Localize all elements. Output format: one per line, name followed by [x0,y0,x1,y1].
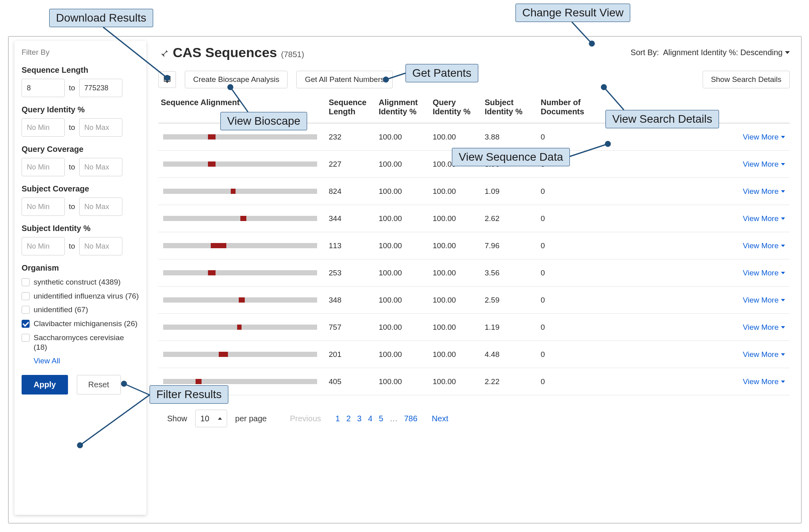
organism-view-all-link[interactable]: View All [34,357,139,365]
cell-subject-identity: 1.19 [482,323,538,332]
cell-documents: 0 [538,350,600,359]
organism-checkbox[interactable] [22,334,30,342]
filter-label: Query Coverage [22,145,139,154]
organism-checkbox[interactable] [22,292,30,300]
view-more-link[interactable]: View More [743,377,785,386]
chevron-down-icon [781,353,785,356]
alignment-bar [163,325,317,330]
cell-subject-identity: 2.59 [482,296,538,305]
table-row: 201 100.00 100.00 4.48 0 View More [158,341,790,368]
view-more-link[interactable]: View More [743,296,785,305]
cell-alignment-identity: 100.00 [376,187,430,196]
cell-subject-identity: 2.22 [482,377,538,386]
chevron-down-icon [781,190,785,193]
range-min-input[interactable] [22,237,65,255]
alignment-marker [240,216,246,221]
cell-alignment-identity: 100.00 [376,350,430,359]
pagination-page[interactable]: 2 [343,414,354,423]
alignment-marker [219,352,228,357]
pagination: Show 10 per page Previous 12345…786 Next [158,410,790,427]
range-max-input[interactable] [79,118,122,137]
filter-sidebar: Filter By Sequence Length to Query Ident… [14,41,146,515]
cell-query-identity: 100.00 [430,269,482,277]
range-min-input[interactable] [22,79,65,97]
sort-dropdown[interactable]: Alignment Identity %: Descending [663,48,790,57]
cell-alignment-identity: 100.00 [376,377,430,386]
view-more-link[interactable]: View More [743,323,785,332]
cell-alignment-identity: 100.00 [376,214,430,223]
view-more-link[interactable]: View More [743,160,785,169]
cell-documents: 0 [538,323,600,332]
organism-checkbox[interactable] [22,306,30,314]
cell-length: 824 [326,187,376,196]
table-row: 824 100.00 100.00 1.09 0 View More [158,178,790,205]
cell-length: 227 [326,160,376,169]
col-subject-identity: Subject Identity % [482,98,538,116]
callout-change-result-view: Change Result View [515,4,630,22]
cell-documents: 0 [538,377,600,386]
table-row: 344 100.00 100.00 2.62 0 View More [158,205,790,232]
create-bioscape-button[interactable]: Create Bioscape Analysis [185,71,288,88]
callout-view-sequence-data: View Sequence Data [452,148,570,166]
cell-length: 201 [326,350,376,359]
range-min-input[interactable] [22,197,65,216]
cell-documents: 0 [538,269,600,277]
pagination-page[interactable]: 4 [365,414,376,423]
pagination-next[interactable]: Next [429,414,451,423]
cell-subject-identity: 2.62 [482,214,538,223]
organism-checkbox[interactable] [22,320,30,328]
range-min-input[interactable] [22,118,65,137]
download-button[interactable] [158,71,176,88]
view-more-link[interactable]: View More [743,241,785,250]
alignment-marker [239,297,245,303]
organism-checkbox[interactable] [22,278,30,286]
get-all-patents-button[interactable]: Get All Patent Numbers [296,71,393,88]
range-max-input[interactable] [79,237,122,255]
view-more-link[interactable]: View More [743,133,785,141]
callout-get-patents: Get Patents [405,64,478,82]
range-min-input[interactable] [22,158,65,176]
view-more-link[interactable]: View More [743,350,785,359]
view-more-link[interactable]: View More [743,214,785,223]
pagination-previous[interactable]: Previous [287,414,324,423]
pagination-page[interactable]: 5 [376,414,386,423]
view-more-link[interactable]: View More [743,269,785,277]
per-page-select[interactable]: 10 [195,410,227,427]
chevron-down-icon [781,245,785,247]
cell-alignment-identity: 100.00 [376,160,430,169]
range-max-input[interactable] [79,158,122,176]
filter-label: Subject Coverage [22,184,139,193]
filter-label: Sequence Length [22,66,139,75]
chevron-down-icon [781,136,785,138]
table-row: 757 100.00 100.00 1.19 0 View More [158,314,790,341]
range-to-label: to [69,84,75,92]
col-alignment-identity: Alignment Identity % [376,98,430,116]
cell-subject-identity: 7.96 [482,241,538,250]
pagination-page[interactable]: 786 [401,414,420,423]
apply-button[interactable]: Apply [22,375,68,395]
show-label: Show [167,414,187,423]
cell-length: 757 [326,323,376,332]
cell-alignment-identity: 100.00 [376,133,430,141]
callout-download-results: Download Results [49,9,153,27]
col-num-documents: Number of Documents [538,98,600,116]
table-row: 405 100.00 100.00 2.22 0 View More [158,368,790,395]
sort-by-label: Sort By: [631,48,659,57]
cell-documents: 0 [538,241,600,250]
range-max-input[interactable] [79,197,122,216]
result-count: (7851) [281,50,304,59]
cell-query-identity: 100.00 [430,296,482,305]
view-more-link[interactable]: View More [743,187,785,196]
table-row: 253 100.00 100.00 3.56 0 View More [158,259,790,287]
cell-alignment-identity: 100.00 [376,296,430,305]
table-row: 113 100.00 100.00 7.96 0 View More [158,232,790,259]
pagination-page[interactable]: 1 [332,414,343,423]
pin-icon [158,48,169,61]
range-max-input[interactable] [79,79,122,97]
reset-button[interactable]: Reset [77,375,121,395]
show-search-details-button[interactable]: Show Search Details [703,71,790,88]
pagination-page[interactable]: 3 [354,414,365,423]
cell-query-identity: 100.00 [430,133,482,141]
cell-query-identity: 100.00 [430,187,482,196]
cell-query-identity: 100.00 [430,350,482,359]
